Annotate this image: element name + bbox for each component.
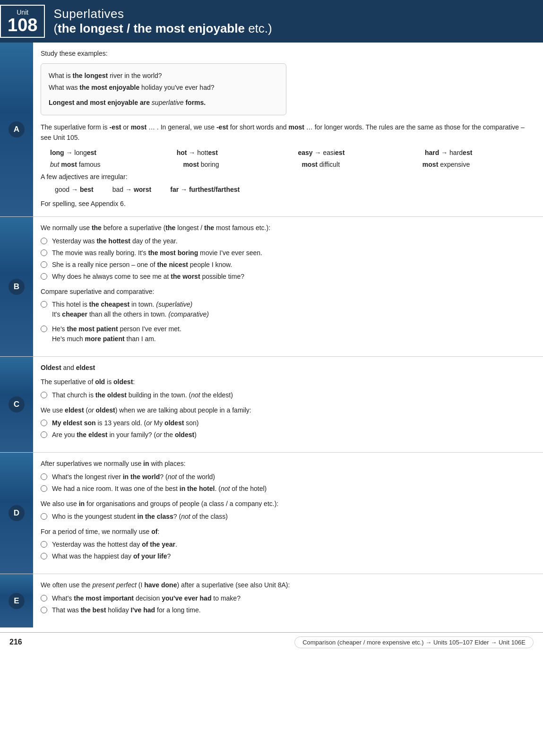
bullet-d1: What's the longest river in the world? (… [41, 472, 534, 482]
section-c-circle: C [9, 396, 25, 412]
bullet-c2: My eldest son is 13 years old. (or My ol… [41, 418, 534, 428]
bullet-circle [41, 607, 47, 613]
bullet-d5: What was the happiest day of your life? [41, 551, 534, 561]
section-e-label: E [0, 574, 33, 627]
irreg1: good → best [55, 184, 94, 195]
section-c-bullets1: That church is the oldest building in th… [41, 390, 534, 400]
irregular-table: good → best bad → worst far → furthest/f… [55, 184, 534, 195]
section-c-title: Oldest and eldest [41, 362, 534, 373]
bullet-e1: What's the most important decision you'v… [41, 593, 534, 603]
section-d-bullets3: Yesterday was the hottest day of the yea… [41, 540, 534, 561]
bullet-d3: Who is the youngest student in the class… [41, 512, 534, 522]
bullet-circle [41, 595, 47, 601]
bullet-circle [41, 473, 47, 480]
bullet-circle [41, 301, 47, 308]
section-c: C Oldest and eldest The superlative of o… [0, 357, 543, 453]
word3: easy → easiest [298, 147, 406, 158]
section-b-circle: B [9, 279, 25, 295]
section-b-label: B [0, 217, 33, 356]
section-c-para2: We use eldest (or oldest) when we are ta… [41, 405, 534, 415]
bullet-circle [41, 541, 47, 548]
section-e-content: We often use the present perfect (I have… [33, 574, 543, 627]
compare-bullets: This hotel is the cheapest in town. (sup… [41, 300, 534, 319]
section-d-label: D [0, 453, 33, 574]
section-a-content: Study these examples: What is the longes… [33, 43, 543, 216]
section-d-bullets2: Who is the youngest student in the class… [41, 512, 534, 522]
section-d-bullets1: What's the longest river in the world? (… [41, 472, 534, 494]
bullet-b4: Why does he always come to see me at the… [41, 272, 534, 282]
example-line2: What was the most enjoyable holiday you'… [49, 82, 278, 93]
bullet-circle [41, 431, 47, 438]
bullet-circle [41, 273, 47, 280]
section-d-para3: For a period of time, we normally use of… [41, 526, 534, 537]
section-a-label: A [0, 43, 33, 216]
bullet-circle [41, 261, 47, 268]
section-a-circle: A [9, 121, 25, 137]
section-b-bullets: Yesterday was the hottest day of the yea… [41, 236, 534, 282]
irregular-intro: A few adjectives are irregular: [41, 172, 534, 182]
bullet-circle [41, 249, 47, 256]
section-c-label: C [0, 357, 33, 452]
section-a: A Study these examples: What is the long… [0, 43, 543, 217]
bullet-circle [41, 513, 47, 520]
section-e-intro: We often use the present perfect (I have… [41, 580, 534, 590]
bullet-b1: Yesterday was the hottest day of the yea… [41, 236, 534, 246]
footer-references: Comparison (cheaper / more expensive etc… [294, 636, 534, 648]
word7: most difficult [302, 159, 403, 170]
bullet-c3: Are you the eldest in your family? (or t… [41, 430, 534, 440]
word-formations: long → longest hot → hottest easy → easi… [50, 147, 534, 170]
unit-box: Unit 108 [0, 5, 45, 38]
bullet-b3: She is a really nice person – one of the… [41, 260, 534, 270]
bullet-circle [41, 553, 47, 559]
compare-b2: He's the most patient person I've ever m… [41, 324, 534, 344]
word1: long → longest [50, 147, 158, 158]
example-line3: Longest and most enjoyable are superlati… [49, 97, 278, 108]
spelling-note: For spelling, see Appendix 6. [41, 198, 534, 209]
word2: hot → hottest [177, 147, 279, 158]
word4: hard → hardest [425, 147, 534, 158]
word6: most boring [183, 159, 283, 170]
bullet-circle [41, 238, 47, 244]
page-footer: 216 Comparison (cheaper / more expensive… [0, 632, 543, 652]
compare-b1: This hotel is the cheapest in town. (sup… [41, 300, 534, 319]
word8: most expensive [422, 159, 534, 170]
word5: but most famous [50, 159, 164, 170]
title-line2: (the longest / the most enjoyable etc.) [53, 21, 272, 36]
bullet-circle [41, 485, 47, 492]
irreg2: bad → worst [112, 184, 151, 195]
page-number: 216 [9, 638, 22, 646]
section-e-circle: E [9, 593, 25, 609]
title-paren-close: etc.) [245, 21, 272, 35]
bullet-circle [41, 392, 47, 398]
section-e-bullets: What's the most important decision you'v… [41, 593, 534, 615]
section-e: E We often use the present perfect (I ha… [0, 574, 543, 627]
word-table-row1: long → longest hot → hottest easy → easi… [50, 147, 534, 158]
example-box: What is the longest river in the world? … [41, 63, 286, 115]
bullet-circle [41, 326, 47, 332]
bullet-b2: The movie was really boring. It's the mo… [41, 248, 534, 258]
section-b: B We normally use the before a superlati… [0, 217, 543, 357]
word-table-row2: but most famous most boring most difficu… [50, 159, 534, 170]
bullet-e2: That was the best holiday I've had for a… [41, 605, 534, 615]
section-d-para2: We also use in for organisations and gro… [41, 498, 534, 509]
section-c-para1: The superlative of old is oldest: [41, 377, 534, 387]
title-paren-open: ( [53, 21, 58, 35]
title-line1: Superlatives [53, 7, 272, 21]
title-bold: the longest / the most enjoyable [58, 21, 245, 35]
bullet-d2: We had a nice room. It was one of the be… [41, 484, 534, 494]
bullet-circle [41, 420, 47, 426]
example-line1: What is the longest river in the world? [49, 70, 278, 81]
compare-intro: Compare superlative and comparative: [41, 286, 534, 297]
irreg3: far → furthest/farthest [170, 184, 240, 195]
rule-text: The superlative form is -est or most … .… [41, 122, 534, 143]
section-d-content: After superlatives we normally use in wi… [33, 453, 543, 574]
section-d-intro: After superlatives we normally use in wi… [41, 458, 534, 469]
section-b-content: We normally use the before a superlative… [33, 217, 543, 356]
section-c-bullets2: My eldest son is 13 years old. (or My ol… [41, 418, 534, 440]
header-title: Superlatives (the longest / the most enj… [53, 5, 272, 38]
compare-bullets2: He's the most patient person I've ever m… [41, 324, 534, 344]
section-a-intro: Study these examples: [41, 48, 534, 59]
bullet-c1: That church is the oldest building in th… [41, 390, 534, 400]
section-d: D After superlatives we normally use in … [0, 453, 543, 574]
section-d-circle: D [9, 505, 25, 521]
